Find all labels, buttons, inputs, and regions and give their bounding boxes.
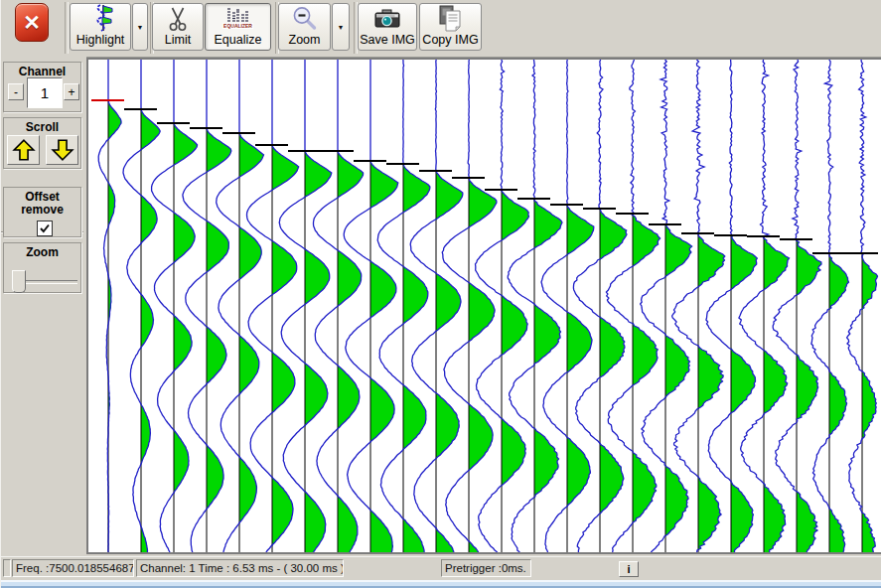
equalize-label: Equalize bbox=[215, 33, 262, 50]
info-button[interactable]: i bbox=[619, 561, 639, 577]
toolbar-separator bbox=[65, 2, 69, 54]
copy-pages-icon bbox=[420, 4, 481, 33]
freq-panel: Freq. :7500.0185546875 bbox=[12, 559, 134, 577]
save-img-label: Save IMG bbox=[360, 33, 415, 50]
trace-curve-ch8 bbox=[314, 60, 364, 552]
zoom-group: Zoom bbox=[3, 242, 81, 293]
highlight-dropdown-button[interactable]: ▼ bbox=[132, 3, 148, 51]
offset-remove-label: Offset remove bbox=[13, 191, 73, 217]
trace-fill-ch4 bbox=[207, 128, 231, 552]
trace-fill-ch8 bbox=[338, 151, 364, 552]
close-icon: ✕ bbox=[23, 12, 41, 33]
trace-fill-ch12 bbox=[469, 178, 497, 552]
arrow-up-icon bbox=[11, 137, 37, 163]
channel-time-panel: Channel: 1 Time : 6.53 ms - ( 30.00 ms ) bbox=[136, 559, 344, 577]
trace-fill-ch20 bbox=[731, 235, 757, 552]
trace-fill-ch15 bbox=[567, 205, 594, 552]
scroll-down-button[interactable] bbox=[46, 135, 78, 165]
chevron-down-icon: ▼ bbox=[338, 24, 345, 31]
copy-img-label: Copy IMG bbox=[422, 33, 478, 50]
channel-minus-button[interactable]: - bbox=[8, 83, 24, 100]
highlight-button[interactable]: Highlight bbox=[70, 3, 131, 51]
offset-remove-checkbox[interactable] bbox=[37, 220, 53, 236]
channel-group: Channel - 1 + bbox=[3, 62, 81, 112]
channel-plus-button[interactable]: + bbox=[64, 83, 79, 100]
channel-time-value: Channel: 1 Time : 6.53 ms - ( 30.00 ms ) bbox=[140, 562, 344, 574]
trace-fill-ch21 bbox=[764, 236, 790, 552]
trace-fill-ch11 bbox=[436, 171, 463, 552]
trace-fill-ch10 bbox=[403, 164, 430, 552]
copy-img-button[interactable]: Copy IMG bbox=[419, 3, 482, 51]
trace-fill-ch7 bbox=[305, 151, 332, 552]
highlight-label: Highlight bbox=[76, 33, 125, 50]
channel-value: 1 bbox=[27, 77, 63, 108]
offset-remove-group: Offset remove bbox=[3, 187, 81, 237]
trace-fill-ch13 bbox=[502, 190, 529, 552]
equalize-button[interactable]: EQUALIZER Equalize bbox=[205, 3, 271, 51]
close-button[interactable]: ✕ bbox=[15, 3, 49, 42]
checkmark-icon bbox=[39, 222, 51, 234]
seismic-trace-view[interactable] bbox=[86, 58, 881, 554]
app-window: ✕ Highlight ▼ bbox=[0, 0, 881, 588]
pretrigger-panel: Pretrigger :0ms. bbox=[441, 559, 531, 577]
limit-button[interactable]: Limit bbox=[152, 3, 204, 51]
scroll-group-label: Scroll bbox=[4, 121, 80, 134]
trace-fill-ch1 bbox=[108, 100, 121, 552]
trace-fill-ch19 bbox=[698, 233, 725, 552]
zoom-out-icon bbox=[279, 4, 330, 33]
camera-icon bbox=[359, 4, 416, 33]
zoom-dropdown-button[interactable]: ▼ bbox=[332, 3, 350, 51]
toolbar: ✕ Highlight ▼ bbox=[1, 0, 881, 58]
zoom-slider-thumb[interactable] bbox=[12, 270, 26, 293]
trace-curve-ch22 bbox=[773, 60, 821, 552]
statusbar-grip bbox=[3, 559, 11, 577]
freq-value: Freq. :7500.0185546875 bbox=[16, 562, 134, 574]
arrow-down-icon bbox=[50, 137, 75, 163]
equalizer-icon-text: EQUALIZER bbox=[222, 23, 253, 29]
wiggle-traces[interactable] bbox=[88, 60, 881, 552]
equalizer-icon: EQUALIZER bbox=[206, 4, 270, 33]
chevron-down-icon: ▼ bbox=[137, 24, 144, 31]
zoom-group-label: Zoom bbox=[4, 246, 80, 259]
limit-label: Limit bbox=[165, 33, 191, 50]
zoom-label: Zoom bbox=[289, 33, 321, 50]
pretrigger-value: Pretrigger :0ms. bbox=[445, 562, 526, 574]
scroll-up-button[interactable] bbox=[7, 135, 40, 165]
highlight-trace-icon bbox=[71, 3, 130, 33]
trace-curve-ch20 bbox=[706, 60, 757, 552]
window-bottom-edge bbox=[1, 580, 881, 588]
save-img-button[interactable]: Save IMG bbox=[358, 3, 417, 51]
statusbar: Freq. :7500.0185546875 Channel: 1 Time :… bbox=[1, 556, 881, 581]
scissors-icon bbox=[153, 4, 203, 33]
trace-fill-ch14 bbox=[534, 199, 562, 552]
scroll-group: Scroll bbox=[3, 117, 81, 169]
zoom-button[interactable]: Zoom bbox=[278, 3, 331, 51]
sidebar: Channel - 1 + Scroll Offset remove bbox=[1, 57, 86, 556]
